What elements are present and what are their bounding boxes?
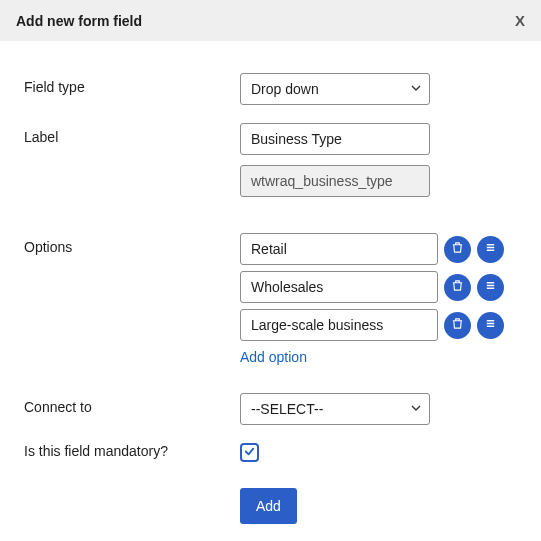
slug-value: wtwraq_business_type [251, 173, 393, 189]
reorder-icon [484, 317, 497, 333]
reorder-icon [484, 279, 497, 295]
option-row: Wholesales [240, 271, 517, 303]
mandatory-checkbox[interactable] [240, 443, 259, 462]
row-label: Label Business Type [24, 123, 517, 155]
field-type-value: Drop down [251, 81, 319, 97]
row-submit: Add [24, 488, 517, 524]
add-option-link[interactable]: Add option [240, 349, 517, 365]
option-input[interactable]: Large-scale business [240, 309, 438, 341]
label-value: Business Type [251, 131, 342, 147]
row-connect-to: Connect to --SELECT-- [24, 393, 517, 425]
label-label: Label [24, 123, 240, 145]
options-list: Retail Wholesales [240, 233, 517, 341]
delete-option-button[interactable] [444, 274, 471, 301]
field-type-select[interactable]: Drop down [240, 73, 430, 105]
option-row: Retail [240, 233, 517, 265]
option-value: Large-scale business [251, 317, 383, 333]
add-button[interactable]: Add [240, 488, 297, 524]
reorder-option-button[interactable] [477, 312, 504, 339]
trash-icon [451, 241, 464, 257]
slug-input: wtwraq_business_type [240, 165, 430, 197]
trash-icon [451, 317, 464, 333]
delete-option-button[interactable] [444, 312, 471, 339]
trash-icon [451, 279, 464, 295]
label-options: Options [24, 233, 240, 255]
row-field-type: Field type Drop down [24, 73, 517, 105]
row-options: Options Retail [24, 233, 517, 365]
label-connect-to: Connect to [24, 393, 240, 415]
form-body: Field type Drop down Label Business Type… [0, 41, 541, 541]
label-mandatory: Is this field mandatory? [24, 443, 240, 459]
modal-title: Add new form field [16, 13, 142, 29]
connect-to-select[interactable]: --SELECT-- [240, 393, 430, 425]
option-input[interactable]: Wholesales [240, 271, 438, 303]
modal-header: Add new form field X [0, 0, 541, 41]
row-mandatory: Is this field mandatory? [24, 443, 517, 462]
label-field-type: Field type [24, 73, 240, 95]
label-slug [24, 165, 240, 171]
delete-option-button[interactable] [444, 236, 471, 263]
close-icon[interactable]: X [515, 12, 525, 29]
option-row: Large-scale business [240, 309, 517, 341]
option-value: Retail [251, 241, 287, 257]
option-input[interactable]: Retail [240, 233, 438, 265]
reorder-icon [484, 241, 497, 257]
reorder-option-button[interactable] [477, 236, 504, 263]
option-value: Wholesales [251, 279, 323, 295]
label-input[interactable]: Business Type [240, 123, 430, 155]
connect-to-value: --SELECT-- [251, 401, 323, 417]
reorder-option-button[interactable] [477, 274, 504, 301]
row-slug: wtwraq_business_type [24, 165, 517, 197]
check-icon [243, 445, 256, 461]
